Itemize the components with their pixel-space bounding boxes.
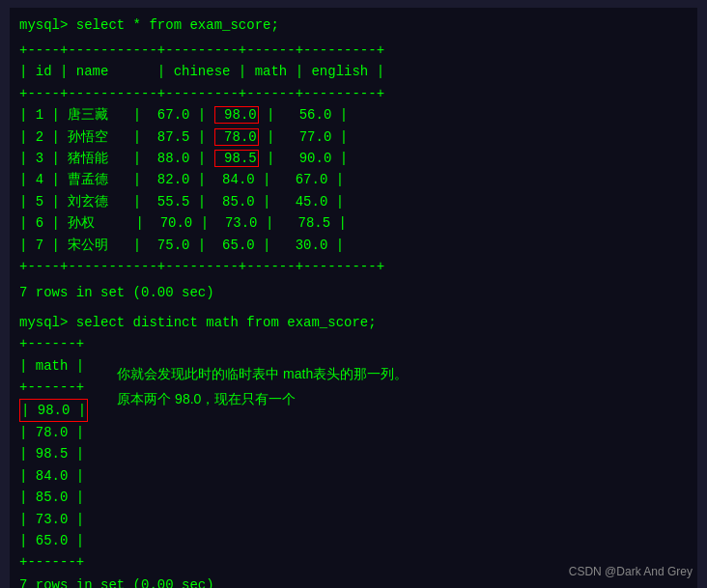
table2-sep1: +------+ bbox=[19, 333, 88, 354]
table2-sep2: +------+ bbox=[19, 377, 88, 398]
col-english: 90.0 bbox=[299, 151, 332, 166]
col-english: 30.0 bbox=[296, 238, 328, 253]
col-id: 2 bbox=[27, 129, 43, 145]
table-row: | 98.0 | bbox=[19, 399, 88, 422]
table1-sep2: +----+-----------+---------+------+-----… bbox=[19, 83, 688, 104]
query1-prompt: mysql> select * from exam_score; bbox=[19, 15, 688, 36]
col-chinese: 75.0 bbox=[157, 238, 190, 253]
col-english: 67.0 bbox=[296, 172, 328, 187]
annotation-line2: 原本两个 98.0，现在只有一个 bbox=[117, 387, 408, 411]
col-chinese: 87.5 bbox=[157, 129, 190, 145]
col-id: 6 bbox=[27, 215, 43, 231]
table-row: | 6 | 孙权 | 70.0 | 73.0 | 78.5 | bbox=[19, 212, 688, 234]
col-name: 孙权 bbox=[68, 215, 127, 231]
col-name: 宋公明 bbox=[68, 238, 125, 253]
branding: CSDN @Dark And Grey bbox=[569, 565, 693, 578]
col-math-highlight: 78.0 bbox=[214, 128, 259, 146]
table-row: | 3 | 猪悟能 | 88.0 | 98.5 | 90.0 | bbox=[19, 148, 688, 169]
col-math: 85.0 bbox=[222, 194, 255, 210]
col-chinese: 67.0 bbox=[157, 107, 190, 123]
table1: +----+-----------+---------+------+-----… bbox=[19, 40, 688, 277]
math-highlight-row: | 98.0 | bbox=[19, 399, 88, 422]
col-english: 77.0 bbox=[299, 129, 332, 145]
col-id: 5 bbox=[27, 194, 43, 210]
col-chinese: 55.5 bbox=[157, 194, 190, 210]
table-row: | 98.5 | bbox=[19, 443, 88, 464]
col-id: 4 bbox=[27, 172, 43, 187]
table1-header: | id | name | chinese | math | english | bbox=[19, 61, 688, 82]
col-id: 3 bbox=[27, 151, 43, 166]
table-row: | 85.0 | bbox=[19, 487, 88, 508]
table2-section: +------+ | math | +------+ | 98.0 | | 78… bbox=[19, 333, 688, 573]
table2: +------+ | math | +------+ | 98.0 | | 78… bbox=[19, 333, 88, 573]
col-id: 7 bbox=[27, 238, 43, 253]
col-name: 刘玄德 bbox=[68, 194, 125, 210]
col-math: 65.0 bbox=[222, 238, 255, 253]
annotation-block: 你就会发现此时的临时表中 math表头的那一列。 原本两个 98.0，现在只有一… bbox=[88, 333, 408, 410]
table-row: | 84.0 | bbox=[19, 465, 88, 487]
table2-header: | math | bbox=[19, 355, 88, 377]
col-english: 56.0 bbox=[299, 107, 332, 123]
col-chinese: 70.0 bbox=[160, 215, 193, 231]
col-id: 1 bbox=[27, 107, 43, 123]
table-row: | 4 | 曹孟德 | 82.0 | 84.0 | 67.0 | bbox=[19, 169, 688, 190]
table2-sep3: +------+ bbox=[19, 551, 88, 573]
table-row: | 7 | 宋公明 | 75.0 | 65.0 | 30.0 | bbox=[19, 235, 688, 256]
col-name: 猪悟能 bbox=[68, 151, 125, 166]
terminal-window: mysql> select * from exam_score; +----+-… bbox=[10, 8, 697, 588]
col-name: 曹孟德 bbox=[68, 172, 125, 187]
col-math-highlight: 98.0 bbox=[214, 106, 259, 124]
col-math: 84.0 bbox=[222, 172, 255, 187]
col-chinese: 88.0 bbox=[157, 151, 190, 166]
annotation-line1: 你就会发现此时的临时表中 math表头的那一列。 bbox=[117, 362, 408, 386]
col-math-highlight: 98.5 bbox=[214, 150, 259, 167]
table-row: | 2 | 孙悟空 | 87.5 | 78.0 | 77.0 | bbox=[19, 126, 688, 148]
col-name: 孙悟空 bbox=[68, 129, 125, 145]
table1-sep3: +----+-----------+---------+------+-----… bbox=[19, 256, 688, 277]
col-english: 78.5 bbox=[298, 215, 331, 231]
table-row: | 1 | 唐三藏 | 67.0 | 98.0 | 56.0 | bbox=[19, 104, 688, 126]
table-row: | 73.0 | bbox=[19, 509, 88, 530]
col-english: 45.0 bbox=[296, 194, 328, 210]
table1-sep1: +----+-----------+---------+------+-----… bbox=[19, 40, 688, 61]
query1-result: 7 rows in set (0.00 sec) bbox=[19, 281, 688, 305]
col-math: 73.0 bbox=[225, 215, 258, 231]
table-row: | 78.0 | bbox=[19, 422, 88, 443]
col-chinese: 82.0 bbox=[157, 172, 190, 187]
query2-prompt: mysql> select distinct math from exam_sc… bbox=[19, 313, 688, 333]
table-row: | 5 | 刘玄德 | 55.5 | 85.0 | 45.0 | bbox=[19, 191, 688, 212]
col-name: 唐三藏 bbox=[68, 107, 125, 123]
spacer bbox=[19, 305, 688, 313]
table-row: | 65.0 | bbox=[19, 530, 88, 551]
